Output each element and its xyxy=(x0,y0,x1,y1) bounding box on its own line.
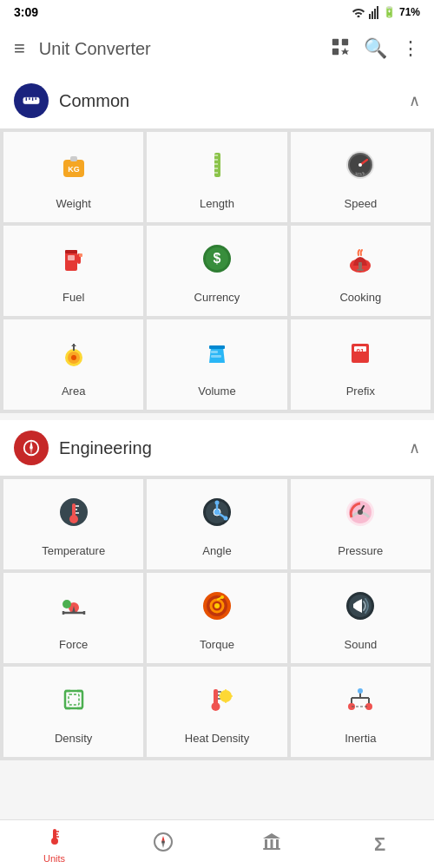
sound-label: Sound xyxy=(345,638,378,651)
thermometer-icon xyxy=(44,825,65,846)
area-icon xyxy=(56,335,91,378)
main-content: Common ∧ KG Weight xyxy=(0,73,434,819)
svg-point-114 xyxy=(161,840,164,843)
engineering-grid: Temperature Angle xyxy=(0,476,434,760)
svg-rect-32 xyxy=(79,253,82,257)
currency-item[interactable]: $ Currency xyxy=(147,226,286,316)
battery-text: 71% xyxy=(399,6,420,18)
heat-density-item[interactable]: Heat Density xyxy=(147,667,286,757)
wifi-icon xyxy=(352,7,365,17)
svg-rect-119 xyxy=(263,848,280,850)
top-bar-icons: 🔍 ⋮ xyxy=(331,37,420,61)
svg-rect-30 xyxy=(68,255,75,260)
engineering-chevron[interactable]: ∧ xyxy=(409,438,420,457)
fuel-icon xyxy=(56,241,91,284)
length-item[interactable]: Length xyxy=(147,132,286,222)
angle-icon xyxy=(200,495,234,537)
inertia-svg xyxy=(343,682,378,717)
volume-icon xyxy=(200,335,234,378)
pressure-svg xyxy=(343,495,378,529)
angle-svg xyxy=(200,495,234,529)
cooking-icon xyxy=(343,241,378,284)
svg-rect-45 xyxy=(211,355,221,358)
currency-icon: $ xyxy=(200,241,234,284)
svg-rect-7 xyxy=(332,48,339,54)
temperature-item[interactable]: Temperature xyxy=(3,479,143,569)
density-icon xyxy=(56,682,91,725)
weight-item[interactable]: KG Weight xyxy=(3,132,143,222)
prefix-svg: 01 xyxy=(343,335,378,370)
battery-icon: 🔋 xyxy=(383,6,396,18)
density-svg xyxy=(56,682,91,717)
pressure-icon xyxy=(343,495,378,537)
density-label: Density xyxy=(55,732,92,745)
angle-item[interactable]: Angle xyxy=(147,479,286,569)
more-options-button[interactable]: ⋮ xyxy=(401,37,420,60)
svg-rect-6 xyxy=(342,38,348,44)
cooking-item[interactable]: Cooking xyxy=(291,226,431,316)
svg-rect-39 xyxy=(357,269,364,271)
svg-point-76 xyxy=(214,603,220,608)
svg-point-42 xyxy=(71,355,76,360)
svg-point-67 xyxy=(358,510,363,515)
bank-icon xyxy=(261,832,282,852)
speed-item[interactable]: km/h Speed xyxy=(291,132,431,222)
fuel-item[interactable]: Fuel xyxy=(3,226,143,316)
sigma-nav-icon: Σ xyxy=(374,833,385,856)
svg-rect-29 xyxy=(65,252,77,271)
torque-item[interactable]: Torque xyxy=(147,573,286,663)
nav-bank[interactable] xyxy=(217,820,326,868)
pressure-item[interactable]: Pressure xyxy=(291,479,431,569)
svg-rect-15 xyxy=(70,156,77,161)
common-chevron[interactable]: ∧ xyxy=(409,91,420,110)
prefix-item[interactable]: 01 Prefix xyxy=(291,319,431,410)
density-item[interactable]: Density xyxy=(3,667,143,757)
length-svg xyxy=(200,148,234,182)
svg-rect-116 xyxy=(265,839,267,848)
svg-rect-21 xyxy=(214,168,218,169)
svg-rect-43 xyxy=(209,345,225,349)
inertia-label: Inertia xyxy=(345,732,376,745)
grid-star-button[interactable] xyxy=(331,37,350,61)
volume-item[interactable]: Volume xyxy=(147,319,286,410)
svg-rect-118 xyxy=(276,839,279,848)
svg-rect-12 xyxy=(32,97,33,101)
currency-svg: $ xyxy=(200,241,234,276)
force-item[interactable]: Force xyxy=(3,573,143,663)
common-section-title: Common xyxy=(59,91,398,111)
svg-point-0 xyxy=(357,16,359,18)
torque-icon xyxy=(200,589,234,631)
svg-point-107 xyxy=(51,838,58,845)
nav-sigma[interactable]: Σ xyxy=(326,820,434,868)
svg-point-78 xyxy=(220,595,224,599)
svg-rect-33 xyxy=(65,250,77,253)
menu-button[interactable]: ≡ xyxy=(14,37,25,60)
prefix-icon: 01 xyxy=(343,335,378,378)
area-item[interactable]: Area xyxy=(3,319,143,410)
svg-rect-11 xyxy=(29,97,30,100)
status-bar: 3:09 🔋 71% xyxy=(0,0,434,24)
angle-label: Angle xyxy=(202,544,231,557)
inertia-item[interactable]: Inertia xyxy=(291,667,431,757)
torque-svg xyxy=(200,589,234,623)
nav-compass[interactable] xyxy=(108,820,217,868)
svg-point-69 xyxy=(62,600,71,608)
sound-item[interactable]: Sound xyxy=(291,573,431,663)
units-nav-label: Units xyxy=(43,853,65,864)
speed-icon: km/h xyxy=(343,148,378,190)
search-button[interactable]: 🔍 xyxy=(364,37,387,60)
units-nav-icon xyxy=(44,825,65,852)
pressure-label: Pressure xyxy=(338,544,383,557)
svg-point-27 xyxy=(358,163,362,167)
heat-density-svg xyxy=(200,682,234,717)
volume-svg xyxy=(200,335,234,370)
area-label: Area xyxy=(62,385,85,398)
length-label: Length xyxy=(200,197,234,210)
status-icons: 🔋 71% xyxy=(352,5,420,19)
temperature-svg xyxy=(56,495,91,529)
svg-rect-44 xyxy=(211,351,218,353)
sound-svg xyxy=(343,589,378,623)
nav-units[interactable]: Units xyxy=(0,820,108,868)
svg-rect-4 xyxy=(377,6,378,19)
prefix-label: Prefix xyxy=(346,385,375,398)
